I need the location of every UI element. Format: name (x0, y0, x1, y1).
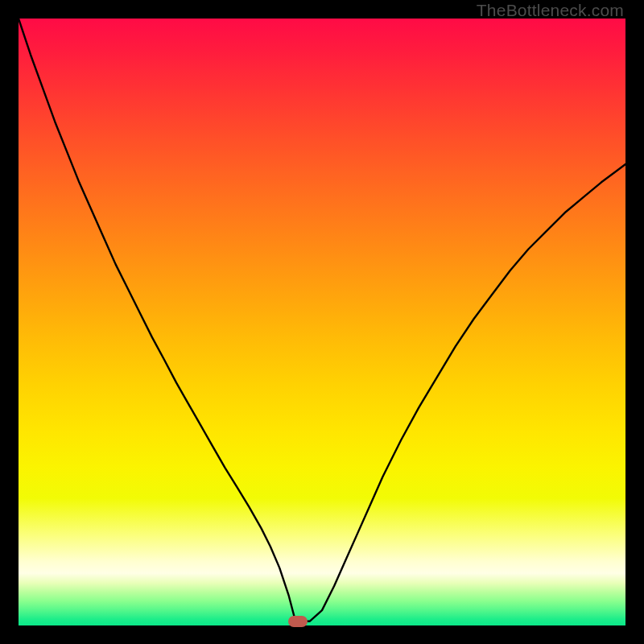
minimum-marker (288, 616, 308, 627)
bottleneck-curve (19, 19, 625, 625)
chart-frame: TheBottleneck.com (0, 0, 644, 644)
plot-area (19, 19, 625, 625)
watermark-text: TheBottleneck.com (477, 1, 624, 20)
